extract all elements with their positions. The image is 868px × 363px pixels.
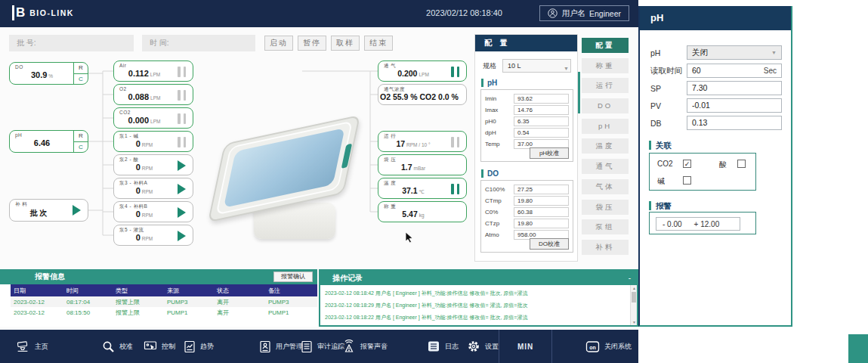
do-calibration-box: C100% 27.25 CTmp 19.80 C0% 60.38 [480,180,573,253]
alarm-range-input[interactable]: - 0.00 + 12.00 [656,217,740,231]
flow-box[interactable]: 泵2 - 酸 0RPM [113,154,193,175]
nav-button[interactable]: 温度 [582,138,629,154]
ph-mode-select[interactable]: 关闭▼ [687,45,782,60]
base-checkbox[interactable] [683,176,691,185]
sample-button[interactable]: 取样 [331,36,360,51]
taskbar-control[interactable]: 控制 [144,330,175,363]
do-reset-button[interactable]: R [74,63,88,74]
pv-input[interactable]: -0.01 [687,98,782,113]
bioreactor-image [210,127,365,247]
config-row-input[interactable]: 19.80 [514,196,569,206]
state-icon[interactable] [178,231,186,241]
taskbar-min-button[interactable]: MIN [499,330,552,363]
scrollbar-thumb[interactable] [632,292,636,302]
config-scrollbar[interactable] [578,72,580,113]
alarm-ack-button[interactable]: 报警确认 [273,271,313,282]
user-button[interactable]: 用户名 Engineer [539,5,629,21]
state-icon[interactable] [178,67,186,77]
batch-number-field[interactable]: 批 号: [9,35,134,51]
alarm-row[interactable]: 2023-02-12 08:17:04 报警上限 PUMP3 离开 PUMP3 [0,296,317,307]
spec-select[interactable]: 10 L▼ [502,59,571,73]
flow-box[interactable]: 泵5 - 灌流 0RPM [113,225,193,246]
ph-calibrate-button[interactable]: C [74,142,88,153]
config-row-input[interactable]: 0.54 [514,128,569,138]
flow-box[interactable]: 泵1 - 碱 0RPM [113,131,193,152]
taskbar-alarm-sound[interactable]: 报警声音 [342,330,388,363]
config-panel-title: 配 置 [475,35,577,51]
pause-button[interactable]: 暂停 [298,36,326,51]
flow-box[interactable]: O2 0.088LPM [113,84,193,105]
taskbar-calibration[interactable]: 校准 [102,330,133,363]
state-icon[interactable] [178,184,186,194]
state-icon[interactable] [178,113,186,124]
nav-button[interactable]: 泵组 [582,219,629,234]
status-box[interactable]: 袋 压 1.7mBar [378,154,467,175]
config-row-input[interactable]: 27.25 [514,185,569,194]
do-calibrate-button[interactable]: DO校准 [530,238,569,250]
nav-button[interactable]: 袋压 [582,200,629,215]
flow-box-value: 0RPM [116,163,173,172]
collapse-icon[interactable]: - [629,271,631,285]
ph-sensor-box[interactable]: pH 6.46 R C [9,130,88,153]
nav-button[interactable]: pH [582,119,629,134]
flow-box[interactable]: 泵3 - 补料A 0RPM [113,178,193,199]
taskbar-audit-trail[interactable]: 审计追踪 [301,330,344,363]
nav-button[interactable]: 称重 [582,58,629,73]
log-scrollbar[interactable]: ▲ ▼ [630,285,637,325]
pv-label: PV [650,101,687,110]
status-box[interactable]: 运 行 17RPM / 10 ° [378,131,467,152]
config-row-input[interactable]: 6.35 [514,116,569,126]
state-icon[interactable] [178,137,186,147]
scroll-down-icon[interactable]: ▼ [631,320,638,324]
scroll-up-icon[interactable]: ▲ [631,286,638,290]
state-icon[interactable] [178,207,186,218]
state-icon[interactable] [451,184,459,194]
ph-calibrate-button[interactable]: pH校准 [530,147,569,159]
nav-button[interactable]: 配置 [582,38,629,53]
flow-box[interactable]: Air 0.112LPM [113,60,193,82]
status-box[interactable]: 温 度 37.1℃ [378,178,467,199]
taskbar-log[interactable]: 日志 [427,330,459,363]
taskbar-shutdown[interactable]: on 关闭系统 [585,330,632,363]
state-icon[interactable] [178,160,186,171]
status-box[interactable]: 称 重 5.47kg [378,201,467,222]
flow-box[interactable]: 泵4 - 补料B 0RPM [113,201,193,222]
config-row-label: CTmp [485,197,514,204]
do-calibrate-button[interactable]: C [74,74,88,85]
taskbar-user-management[interactable]: 用户管理 [259,330,303,363]
nav-button[interactable]: DO [582,98,629,113]
nav-button[interactable]: 气体 [582,179,629,194]
start-button[interactable]: 启动 [264,36,293,51]
taskbar-trend[interactable]: 趋势 [184,330,214,363]
datetime-text: 2023/02/12 08:18:40 [426,8,502,17]
taskbar-home[interactable]: 主页 [15,330,48,363]
config-row-input[interactable]: 60.38 [514,207,569,217]
status-box-value: O2 55.9 % CO2 0.0 % [380,92,446,101]
taskbar-settings[interactable]: 设置 [467,330,499,363]
ph-reset-button[interactable]: R [74,131,88,142]
db-input[interactable]: 0.13 [687,116,782,130]
read-time-input[interactable]: 60Sec [687,64,782,78]
alarm-row[interactable]: 2023-02-12 08:15:50 报警上限 PUMP1 离开 PUMP1 [0,307,317,318]
state-icon[interactable] [178,90,186,101]
feed-value: 批次 [11,208,68,219]
config-row-input[interactable]: 19.80 [514,219,569,228]
end-button[interactable]: 结束 [364,36,393,51]
acid-checkbox[interactable] [737,160,746,168]
state-icon[interactable] [451,67,459,77]
state-icon[interactable] [451,137,459,147]
co2-checkbox[interactable]: ✓ [683,160,691,168]
sp-input[interactable]: 7.30 [687,81,782,95]
status-box[interactable]: 通气浓度 O2 55.9 % CO2 0.0 % [378,84,467,105]
nav-button[interactable]: 通气 [582,159,629,174]
status-box[interactable]: 通 气 0.200LPM [378,60,467,82]
nav-button[interactable]: 运行 [582,78,629,93]
config-row-input[interactable]: 93.62 [514,94,569,104]
feed-mode-box[interactable]: 补 料 批次 [9,199,88,222]
nav-button[interactable]: 补料 [582,240,629,255]
do-sensor-box[interactable]: DO 30.9% R C [9,62,88,85]
co2-checkbox-label: CO2 [657,160,673,168]
flow-box[interactable]: CO2 0.000LPM [113,107,193,129]
config-row-input[interactable]: 14.76 [514,105,569,115]
time-field[interactable]: 时 间: [142,35,255,51]
